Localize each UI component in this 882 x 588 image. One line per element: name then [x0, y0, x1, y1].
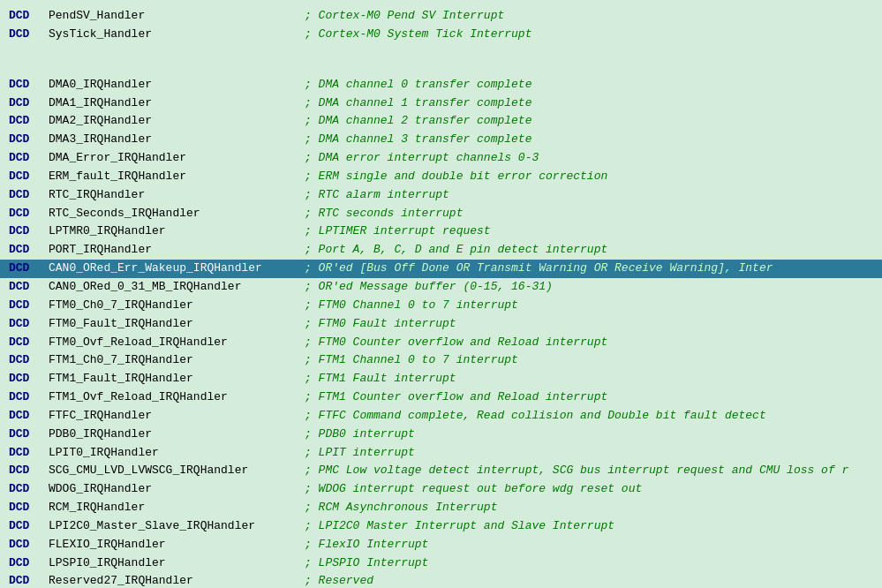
handler-name: FTM0_Ovf_Reload_IRQHandler [49, 335, 305, 351]
comment: ; FTFC Command complete, Read collision … [305, 408, 766, 425]
keyword: DCD [9, 223, 49, 240]
comment: ; FTM1 Counter overflow and Reload inter… [305, 389, 607, 406]
keyword: DCD [9, 445, 49, 462]
handler-name: DMA2_IRQHandler [49, 113, 305, 130]
comment: ; FTM1 Channel 0 to 7 interrupt [305, 352, 518, 369]
handler-name: PendSV_Handler [49, 8, 305, 25]
comment: ; FTM1 Fault interrupt [305, 371, 456, 388]
handler-name: FTM1_Fault_IRQHandler [49, 371, 305, 388]
handler-name: LPTMR0_IRQHandler [49, 223, 305, 240]
code-line: DCDPDB0_IRQHandler; PDB0 interrupt [0, 426, 882, 444]
keyword: DCD [9, 481, 49, 498]
code-line: DCDRTC_IRQHandler; RTC alarm interrupt [0, 186, 882, 205]
comment: ; RTC alarm interrupt [305, 187, 449, 204]
code-line: DCDWDOG_IRQHandler; WDOG interrupt reque… [0, 480, 882, 499]
keyword: DCD [9, 150, 49, 167]
keyword: DCD [9, 260, 49, 277]
comment: ; DMA channel 2 transfer complete [305, 113, 531, 130]
comment: ; DMA error interrupt channels 0-3 [305, 150, 539, 167]
code-line: DCDLPTMR0_IRQHandler; LPTIMER interrupt … [0, 222, 882, 241]
keyword: DCD [9, 132, 49, 148]
handler-name: FTM0_Fault_IRQHandler [49, 316, 305, 333]
comment: ; FTM0 Channel 0 to 7 interrupt [305, 298, 518, 314]
keyword: DCD [9, 206, 49, 222]
comment: ; Cortex-M0 Pend SV Interrupt [305, 8, 504, 25]
handler-name: PDB0_IRQHandler [49, 426, 305, 443]
comment: ; FlexIO Interrupt [305, 537, 428, 554]
code-line: DCDCAN0_ORed_Err_Wakeup_IRQHandler; OR'e… [0, 260, 882, 278]
code-line: DCDPendSV_Handler; Cortex-M0 Pend SV Int… [0, 7, 882, 26]
code-line: DCDDMA3_IRQHandler; DMA channel 3 transf… [0, 131, 882, 149]
code-line: DCDDMA_Error_IRQHandler; DMA error inter… [0, 149, 882, 168]
code-line: DCDFTM1_Fault_IRQHandler; FTM1 Fault int… [0, 370, 882, 388]
code-line: DCDERM_fault_IRQHandler; ERM single and … [0, 168, 882, 186]
keyword: DCD [9, 298, 49, 314]
code-line [0, 44, 882, 60]
keyword: DCD [9, 95, 49, 112]
handler-name: CAN0_ORed_Err_Wakeup_IRQHandler [49, 260, 305, 277]
code-editor: DCDPendSV_Handler; Cortex-M0 Pend SV Int… [0, 0, 882, 588]
comment: ; Port A, B, C, D and E pin detect inter… [305, 242, 607, 259]
keyword: DCD [9, 279, 49, 296]
comment: ; LPI2C0 Master Interrupt and Slave Inte… [305, 518, 614, 535]
keyword: DCD [9, 408, 49, 425]
code-line: DCDSCG_CMU_LVD_LVWSCG_IRQHandler; PMC Lo… [0, 462, 882, 480]
code-line: DCDDMA1_IRQHandler; DMA channel 1 transf… [0, 94, 882, 113]
handler-name: FLEXIO_IRQHandler [49, 537, 305, 554]
handler-name: DMA1_IRQHandler [49, 95, 305, 112]
comment: ; RCM Asynchronous Interrupt [305, 500, 497, 516]
handler-name: PORT_IRQHandler [49, 242, 305, 259]
comment: ; ERM single and double bit error correc… [305, 169, 607, 185]
code-line: DCDFTM1_Ch0_7_IRQHandler; FTM1 Channel 0… [0, 351, 882, 370]
comment: ; FTM0 Fault interrupt [305, 316, 456, 333]
comment: ; RTC seconds interrupt [305, 206, 463, 222]
code-line: DCDFTM0_Ovf_Reload_IRQHandler; FTM0 Coun… [0, 334, 882, 352]
code-line: DCDDMA2_IRQHandler; DMA channel 2 transf… [0, 112, 882, 131]
handler-name: DMA3_IRQHandler [49, 132, 305, 148]
handler-name: RTC_IRQHandler [49, 187, 305, 204]
code-line: DCDFTFC_IRQHandler; FTFC Command complet… [0, 407, 882, 426]
comment: ; LPIT interrupt [305, 445, 415, 462]
keyword: DCD [9, 8, 49, 25]
code-line: DCDLPSPI0_IRQHandler; LPSPIO Interrupt [0, 554, 882, 573]
code-line [0, 60, 882, 76]
keyword: DCD [9, 26, 49, 43]
keyword: DCD [9, 371, 49, 388]
code-line: DCDLPIT0_IRQHandler; LPIT interrupt [0, 444, 882, 463]
comment: ; LPTIMER interrupt request [305, 223, 491, 240]
keyword: DCD [9, 169, 49, 185]
keyword: DCD [9, 242, 49, 259]
keyword: DCD [9, 500, 49, 516]
handler-name: DMA_Error_IRQHandler [49, 150, 305, 167]
comment: ; PDB0 interrupt [305, 426, 415, 443]
handler-name: LPIT0_IRQHandler [49, 445, 305, 462]
comment: ; FTM0 Counter overflow and Reload inter… [305, 335, 607, 351]
keyword: DCD [9, 518, 49, 535]
handler-name: FTM1_Ch0_7_IRQHandler [49, 352, 305, 369]
keyword: DCD [9, 537, 49, 554]
code-line: DCDFTM0_Fault_IRQHandler; FTM0 Fault int… [0, 315, 882, 334]
code-line: DCDFTM0_Ch0_7_IRQHandler; FTM0 Channel 0… [0, 297, 882, 315]
keyword: DCD [9, 113, 49, 130]
keyword: DCD [9, 77, 49, 94]
handler-name: FTFC_IRQHandler [49, 408, 305, 425]
code-line: DCDLPI2C0_Master_Slave_IRQHandler; LPI2C… [0, 517, 882, 536]
code-line: DCDPORT_IRQHandler; Port A, B, C, D and … [0, 241, 882, 260]
code-line: DCDRCM_IRQHandler; RCM Asynchronous Inte… [0, 499, 882, 517]
code-line: DCDRTC_Seconds_IRQHandler; RTC seconds i… [0, 205, 882, 223]
keyword: DCD [9, 463, 49, 479]
comment: ; Reserved [305, 573, 373, 588]
handler-name: LPSPI0_IRQHandler [49, 555, 305, 572]
handler-name: RTC_Seconds_IRQHandler [49, 206, 305, 222]
handler-name: FTM1_Ovf_Reload_IRQHandler [49, 389, 305, 406]
comment: ; DMA channel 3 transfer complete [305, 132, 531, 148]
comment: ; LPSPIO Interrupt [305, 555, 428, 572]
keyword: DCD [9, 555, 49, 572]
comment: ; Cortex-M0 System Tick Interrupt [305, 26, 531, 43]
code-line: DCDDMA0_IRQHandler; DMA channel 0 transf… [0, 76, 882, 94]
code-line: DCDFTM1_Ovf_Reload_IRQHandler; FTM1 Coun… [0, 388, 882, 407]
handler-name: SysTick_Handler [49, 26, 305, 43]
code-line: DCDSysTick_Handler; Cortex-M0 System Tic… [0, 26, 882, 44]
handler-name: LPI2C0_Master_Slave_IRQHandler [49, 518, 305, 535]
comment: ; PMC Low voltage detect interrupt, SCG … [305, 463, 848, 479]
